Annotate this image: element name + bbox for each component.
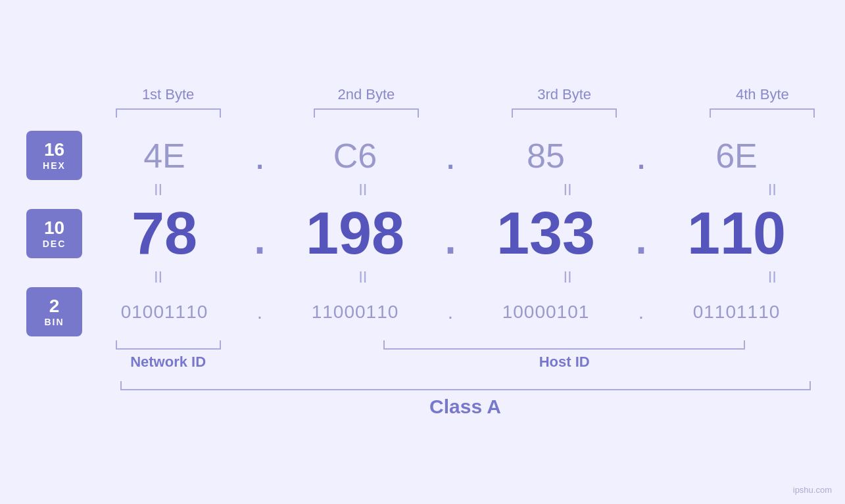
bracket-bottom-network — [116, 340, 221, 350]
dec-b2: 198 — [273, 200, 437, 267]
dec-badge: 10 DEC — [26, 209, 82, 258]
eq2-b2: II — [274, 268, 452, 286]
network-id-label: Network ID — [69, 354, 267, 371]
dec-dot3: . — [628, 200, 654, 267]
hex-b3: 85 — [464, 136, 628, 175]
dec-number: 10 — [44, 219, 64, 237]
byte2-header: 2nd Byte — [267, 86, 465, 103]
bracket-top-1 — [116, 108, 221, 118]
hex-b2: C6 — [273, 136, 437, 175]
dec-values: 78 . 198 . 133 . 110 — [82, 200, 819, 267]
dec-dot2: . — [437, 200, 464, 267]
eq1-b2: II — [274, 181, 452, 199]
byte3-header: 3rd Byte — [466, 86, 664, 103]
class-bracket-wrap — [69, 381, 845, 390]
dec-label: DEC — [43, 239, 66, 249]
dec-b3: 133 — [464, 200, 628, 267]
bin-dot3: . — [628, 301, 654, 323]
bin-b1: 01001110 — [82, 302, 247, 323]
bin-b2: 11000110 — [273, 302, 437, 323]
hex-values: 4E . C6 . 85 . 6E — [82, 133, 819, 178]
hex-number: 16 — [44, 141, 64, 159]
bin-badge: 2 BIN — [26, 287, 82, 336]
hex-row: 16 HEX 4E . C6 . 85 . 6E — [26, 131, 819, 180]
bracket-cell-3 — [466, 108, 664, 118]
bracket-cell-1 — [69, 108, 267, 118]
bin-row: 2 BIN 01001110 . 11000110 . 10000101 . — [26, 287, 819, 336]
bin-values: 01001110 . 11000110 . 10000101 . 0110111… — [82, 301, 819, 323]
bin-number: 2 — [49, 297, 60, 315]
dec-row: 10 DEC 78 . 198 . 133 . 110 — [26, 200, 819, 267]
eq1-b1: II — [69, 181, 247, 199]
byte-headers: 1st Byte 2nd Byte 3rd Byte 4th Byte — [69, 86, 845, 103]
bin-dot2: . — [437, 301, 464, 323]
class-label: Class A — [112, 396, 819, 418]
bracket-cell-2 — [267, 108, 465, 118]
bracket-top-2 — [314, 108, 419, 118]
hex-dot2: . — [437, 133, 464, 178]
top-brackets — [69, 108, 845, 118]
hex-label: HEX — [43, 160, 66, 171]
bin-dot1: . — [247, 301, 273, 323]
dec-b1: 78 — [82, 200, 247, 267]
bracket-bottom-host — [383, 340, 745, 350]
eq2-b1: II — [69, 268, 247, 286]
host-id-label: Host ID — [267, 354, 845, 371]
host-bracket-wrap — [267, 340, 845, 350]
watermark: ipshu.com — [793, 485, 832, 495]
bracket-cell-4 — [664, 108, 845, 118]
eq2-b4: II — [683, 268, 845, 286]
equals-row-1: II II II II — [69, 180, 845, 200]
eq1-b4: II — [683, 181, 845, 199]
byte4-header: 4th Byte — [664, 86, 845, 103]
eq2-b3: II — [479, 268, 657, 286]
network-bracket-wrap — [69, 340, 267, 350]
bin-label: BIN — [44, 317, 64, 327]
hex-badge: 16 HEX — [26, 131, 82, 180]
labels-row: Network ID Host ID — [69, 354, 845, 371]
dec-b4: 110 — [654, 200, 819, 267]
hex-b1: 4E — [82, 136, 247, 175]
byte1-header: 1st Byte — [69, 86, 267, 103]
hex-b4: 6E — [654, 136, 819, 175]
eq1-b3: II — [479, 181, 657, 199]
equals-row-2: II II II II — [69, 267, 845, 287]
bracket-bottom-class — [120, 381, 811, 390]
main-container: 1st Byte 2nd Byte 3rd Byte 4th Byte 16 H… — [0, 0, 845, 504]
bracket-top-4 — [710, 108, 815, 118]
hex-dot1: . — [247, 133, 273, 178]
bracket-top-3 — [512, 108, 617, 118]
dec-dot1: . — [247, 200, 273, 267]
bin-b3: 10000101 — [464, 302, 628, 323]
hex-dot3: . — [628, 133, 654, 178]
bin-b4: 01101110 — [654, 302, 819, 323]
bottom-brackets — [69, 340, 845, 350]
